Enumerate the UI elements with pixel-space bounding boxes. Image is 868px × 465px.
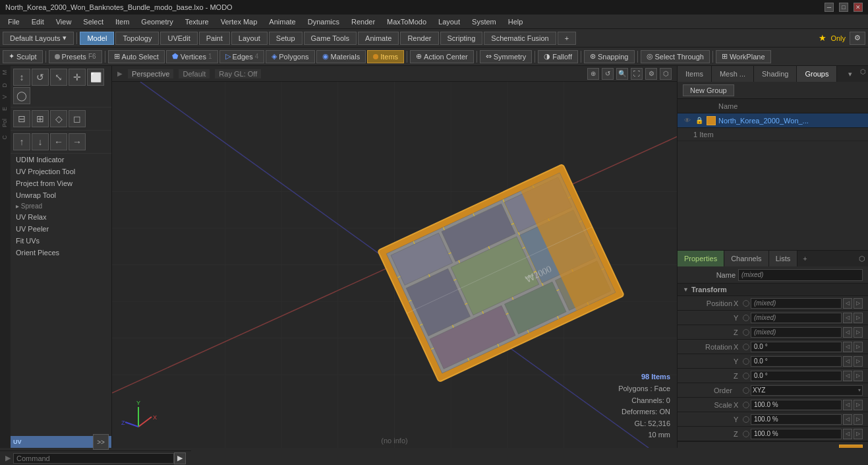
arrow-right-icon[interactable]: → — [69, 133, 86, 150]
rot-y-input[interactable]: 0.0 ° — [751, 356, 842, 367]
edge-tab-pol[interactable]: Pol — [0, 115, 11, 131]
scale-tool-icon[interactable]: ⤡ — [50, 69, 67, 86]
right-expand-icon[interactable]: ⬡ — [857, 66, 868, 77]
pos-x-circle[interactable] — [743, 300, 749, 307]
minimize-button[interactable]: ─ — [825, 3, 834, 12]
sculpt-mode-button[interactable]: ✦ Sculpt — [3, 50, 43, 63]
tab-mesh[interactable]: Mesh ... — [712, 66, 754, 82]
materials-button[interactable]: ◉ Materials — [316, 50, 366, 63]
falloff-button[interactable]: ◑ Falloff — [538, 50, 578, 63]
scale-z-arrow2[interactable]: ▷ — [854, 429, 863, 439]
edge-tab-d[interactable]: D — [0, 79, 11, 92]
rotate-tool-icon[interactable]: ↺ — [32, 69, 49, 86]
maximize-button[interactable]: □ — [839, 3, 848, 12]
prop-tab-properties[interactable]: Properties — [678, 251, 724, 266]
tool-uv-relax[interactable]: UV Relax — [11, 211, 111, 223]
group-lock-icon[interactable]: 🔒 — [695, 116, 704, 125]
scale-y-input[interactable]: 100.0 % — [751, 414, 842, 425]
viewport-settings-icon[interactable]: ⚙ — [645, 68, 657, 80]
viewport-expand-icon[interactable]: ⬡ — [660, 68, 672, 80]
scale-y-circle[interactable] — [743, 416, 749, 423]
pos-x-arrow2[interactable]: ▷ — [854, 298, 863, 309]
arrow-up-icon[interactable]: ↑ — [13, 133, 30, 150]
rot-x-circle[interactable] — [743, 344, 749, 350]
rot-x-arrow2[interactable]: ▷ — [854, 342, 863, 352]
edge-tab-v[interactable]: V — [0, 91, 11, 103]
action-center-button[interactable]: ⊕ Action Center — [410, 50, 474, 63]
plane-icon[interactable]: ⊟ — [13, 110, 30, 127]
transform-tool-icon[interactable]: ✛ — [69, 69, 86, 86]
prop-tab-lists[interactable]: Lists — [769, 251, 798, 266]
edge-tab-c[interactable]: C — [0, 131, 11, 144]
circle-tool-icon[interactable]: ◯ — [13, 87, 30, 104]
menu-file[interactable]: File — [3, 16, 25, 27]
polygons-button[interactable]: ◈ Polygons — [266, 50, 314, 63]
tab-groups[interactable]: Groups — [797, 66, 837, 82]
tool-fit-uvs[interactable]: Fit UVs — [11, 235, 111, 247]
tab-uvedit[interactable]: UVEdit — [160, 32, 197, 45]
rot-y-arrow[interactable]: ◁ — [843, 356, 852, 367]
tab-shading[interactable]: Shading — [754, 66, 797, 82]
arrow-left-icon[interactable]: ← — [50, 133, 67, 150]
tab-items[interactable]: Items — [678, 66, 712, 82]
vertices-button[interactable]: ⬟ Vertices 1 — [166, 50, 218, 63]
scale-y-arrow[interactable]: ◁ — [843, 414, 852, 425]
menu-select[interactable]: Select — [78, 16, 109, 27]
snapping-button[interactable]: ⊛ Snapping — [584, 50, 635, 63]
tab-topology[interactable]: Topology — [115, 32, 159, 45]
rot-y-arrow2[interactable]: ▷ — [854, 356, 863, 367]
tab-setup[interactable]: Setup — [269, 32, 303, 45]
tab-render[interactable]: Render — [400, 32, 438, 45]
viewport-refresh-icon[interactable]: ↺ — [602, 68, 614, 80]
workplane-button[interactable]: ⊞ WorkPlane — [716, 50, 771, 63]
scale-z-arrow[interactable]: ◁ — [843, 429, 852, 439]
scale-x-arrow[interactable]: ◁ — [843, 400, 852, 410]
layout-dropdown[interactable]: Default Layouts ▾ — [3, 32, 74, 45]
pos-y-arrow2[interactable]: ▷ — [854, 313, 863, 323]
tool-uv-peeler[interactable]: UV Peeler — [11, 223, 111, 235]
transform-section-header[interactable]: ▼ Transform — [678, 284, 868, 296]
rot-z-arrow[interactable]: ◁ — [843, 371, 852, 381]
rot-z-input[interactable]: 0.0 ° — [751, 371, 842, 381]
pos-x-input[interactable]: (mixed) — [751, 298, 842, 309]
scale-x-circle[interactable] — [743, 402, 749, 408]
pos-z-input[interactable]: (mixed) — [751, 327, 842, 338]
group-color-box[interactable] — [707, 116, 716, 125]
rot-x-input[interactable]: 0.0 ° — [751, 342, 842, 352]
tab-game-tools[interactable]: Game Tools — [304, 32, 357, 45]
prop-tab-channels[interactable]: Channels — [724, 251, 768, 266]
viewport-fullscreen-icon[interactable]: ⛶ — [631, 68, 643, 80]
pos-z-arrow[interactable]: ◁ — [843, 327, 852, 338]
diamond-icon[interactable]: ◇ — [50, 110, 67, 127]
prop-expand-icon[interactable]: ⬡ — [856, 251, 868, 266]
order-dropdown[interactable]: XYZ ▾ — [751, 385, 863, 396]
group-eye-icon[interactable]: 👁 — [683, 116, 692, 125]
rot-z-arrow2[interactable]: ▷ — [854, 371, 863, 381]
scale-y-arrow2[interactable]: ▷ — [854, 414, 863, 425]
tool-orient-pieces[interactable]: Orient Pieces — [11, 247, 111, 259]
command-submit-button[interactable]: ▶ — [174, 452, 186, 464]
command-input[interactable] — [13, 453, 174, 464]
symmetry-button[interactable]: ⇔ Symmetry — [480, 50, 533, 63]
select-through-button[interactable]: ◎ Select Through — [641, 50, 710, 63]
scale-z-circle[interactable] — [743, 431, 749, 437]
cube-icon[interactable]: ◻ — [69, 110, 86, 127]
tab-schematic-fusion[interactable]: Schematic Fusion — [484, 32, 556, 45]
edges-button[interactable]: ▷ Edges 4 — [219, 50, 265, 63]
tab-plus-button[interactable]: + — [558, 32, 576, 45]
box-tool-icon[interactable]: ⬜ — [87, 69, 104, 86]
order-circle[interactable] — [743, 387, 749, 394]
tool-unwrap[interactable]: Unwrap Tool — [11, 189, 111, 201]
menu-view[interactable]: View — [51, 16, 77, 27]
pos-x-arrow[interactable]: ◁ — [843, 298, 852, 309]
new-group-button[interactable]: New Group — [683, 84, 734, 96]
edge-tab-m[interactable]: M — [0, 66, 11, 79]
grid-icon[interactable]: ⊞ — [32, 110, 49, 127]
move-tool-icon[interactable]: ↕ — [13, 69, 30, 86]
close-button[interactable]: ✕ — [854, 3, 863, 12]
prop-name-value-box[interactable]: (mixed) — [738, 269, 863, 281]
presets-button[interactable]: Presets F6 — [49, 50, 102, 63]
settings-button[interactable]: ⚙ — [850, 32, 865, 45]
tab-scripting[interactable]: Scripting — [440, 32, 483, 45]
menu-edit[interactable]: Edit — [26, 16, 49, 27]
